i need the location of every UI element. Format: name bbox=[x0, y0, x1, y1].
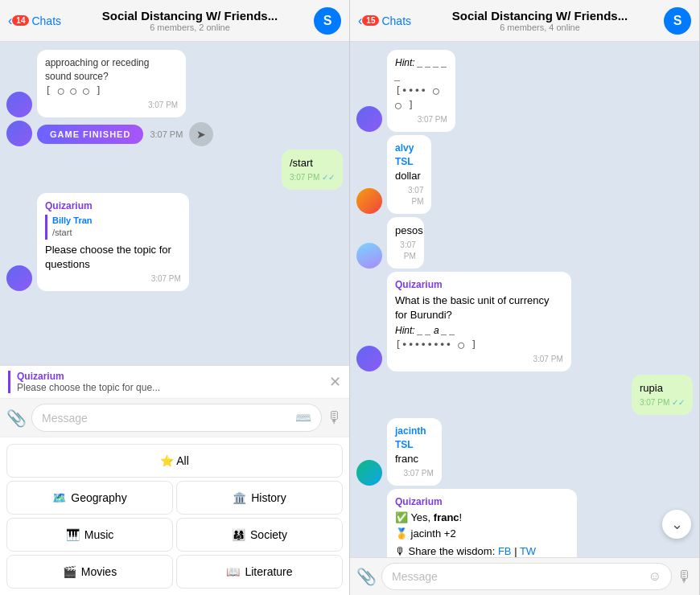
left-header: ‹ 14 Chats Social Distancing W/ Friends.… bbox=[0, 0, 349, 42]
left-chat-subtitle: 6 members, 2 online bbox=[66, 23, 314, 32]
right-result-1: ✅ Yes, franc! bbox=[395, 511, 569, 525]
right-time-5: 3:07 PM ✓✓ bbox=[640, 397, 685, 408]
back-button-left[interactable]: ‹ 14 Chats bbox=[8, 14, 61, 28]
tw-link[interactable]: TW bbox=[520, 545, 536, 557]
right-time-6: 3:07 PM bbox=[395, 468, 434, 479]
right-chat-area: Hint: _ _ _ _ _ [•••• ○ ○ ] 3:07 PM alvy… bbox=[350, 42, 699, 557]
reply-quote-1: Billy Tran /start bbox=[45, 215, 181, 240]
reply-bar-content: Quizarium Please choose the topic for qu… bbox=[8, 371, 323, 393]
topic-label-music: Music bbox=[84, 528, 114, 541]
reply-bar: Quizarium Please choose the topic for qu… bbox=[0, 366, 349, 399]
right-avatar-jacinth bbox=[356, 460, 382, 486]
topic-row-2: 🎹 Music 👨‍👩‍👧 Society bbox=[6, 518, 343, 552]
avatar-quiz-3 bbox=[6, 265, 32, 291]
left-message-input-box[interactable]: Message ⌨️ bbox=[31, 404, 322, 432]
right-question: What is the basic unit of currency for B… bbox=[395, 293, 563, 322]
right-msg-pesos: pesos bbox=[395, 224, 416, 238]
topic-btn-geography[interactable]: 🗺️ Geography bbox=[6, 481, 173, 515]
right-msg-row-6: jacinth TSL franc 3:07 PM bbox=[356, 418, 693, 486]
right-msg-bubble-7: Quizarium ✅ Yes, franc! 🥇 jacinth +2 🎙 S… bbox=[387, 489, 577, 557]
topic-btn-history[interactable]: 🏛️ History bbox=[176, 481, 343, 515]
right-chat-title: Social Distancing W/ Friends... bbox=[416, 9, 664, 23]
topic-label-society: Society bbox=[250, 528, 287, 541]
back-label-right: Chats bbox=[381, 14, 411, 27]
topic-grid: ⭐ All 🗺️ Geography 🏛️ History 🎹 Music 👨‍… bbox=[0, 437, 349, 595]
right-sender-alvy: alvy TSL bbox=[395, 142, 423, 169]
msg-bubble-1: approaching or receding sound source? [ … bbox=[37, 50, 186, 117]
msg-row-start: /start 3:07 PM ✓✓ bbox=[6, 150, 343, 190]
msg-bubble-start: /start 3:07 PM ✓✓ bbox=[282, 150, 343, 190]
right-msg-dollar: dollar bbox=[395, 169, 423, 183]
left-panel: ‹ 14 Chats Social Distancing W/ Friends.… bbox=[0, 0, 350, 595]
back-button-right[interactable]: ‹ 15 Chats bbox=[358, 14, 411, 28]
reply-close-btn[interactable]: ✕ bbox=[329, 373, 341, 391]
right-msg-bubble-6: jacinth TSL franc 3:07 PM bbox=[387, 418, 442, 486]
msg-row-quiz: Quizarium Billy Tran /start Please choos… bbox=[6, 193, 343, 291]
right-input-area: 📎 Message ☺ 🎙 bbox=[350, 557, 699, 595]
topic-row-all: ⭐ All bbox=[6, 444, 343, 478]
right-quiz-name-3: Quizarium bbox=[395, 495, 569, 509]
right-hint-1: Hint: _ _ _ _ _ bbox=[395, 56, 447, 84]
right-share-line: 🎙 Share the wisdom: FB | TW bbox=[395, 544, 569, 557]
msg-text-start: /start bbox=[290, 156, 335, 170]
right-dots-1: [•••• ○ ○ ] bbox=[395, 84, 447, 113]
msg-time-start: 3:07 PM ✓✓ bbox=[290, 172, 335, 183]
attach-icon-left[interactable]: 📎 bbox=[6, 408, 27, 428]
forward-btn[interactable]: ➤ bbox=[189, 122, 213, 146]
game-banner-text: GAME FINISHED bbox=[37, 125, 143, 144]
attach-icon-right[interactable]: 📎 bbox=[356, 567, 377, 586]
right-msg-row-3: pesos 3:07 PM bbox=[356, 217, 693, 269]
scroll-down-btn[interactable]: ⌄ bbox=[662, 510, 691, 539]
right-avatar-alvy bbox=[356, 188, 382, 214]
fb-link[interactable]: FB bbox=[498, 545, 512, 557]
reply-quote-text-1: /start bbox=[52, 227, 181, 239]
right-msg-row-2: alvy TSL dollar 3:07 PM bbox=[356, 135, 693, 214]
quiz-name-1: Quizarium bbox=[45, 199, 181, 213]
right-header: ‹ 15 Chats Social Distancing W/ Friends.… bbox=[350, 0, 699, 42]
right-input-row: 📎 Message ☺ 🎙 bbox=[350, 558, 699, 595]
msg-bubble-quiz: Quizarium Billy Tran /start Please choos… bbox=[37, 193, 189, 291]
right-quiz-name-2: Quizarium bbox=[395, 278, 563, 292]
topic-btn-society[interactable]: 👨‍👩‍👧 Society bbox=[176, 518, 343, 552]
voice-icon-left[interactable]: 🎙 bbox=[327, 408, 343, 427]
right-time-3: 3:07 PM bbox=[395, 240, 416, 262]
right-message-placeholder: Message bbox=[392, 570, 642, 583]
msg-row-1: approaching or receding sound source? [ … bbox=[6, 50, 343, 117]
topic-btn-literature[interactable]: 📖 Literature bbox=[176, 555, 343, 589]
right-msg-franc: franc bbox=[395, 452, 434, 466]
back-label-left: Chats bbox=[31, 14, 61, 27]
right-chat-subtitle: 6 members, 4 online bbox=[416, 23, 664, 32]
voice-icon-right[interactable]: 🎙 bbox=[677, 568, 693, 586]
avatar-quiz-1 bbox=[6, 92, 32, 117]
topic-btn-all[interactable]: ⭐ All bbox=[6, 444, 343, 478]
left-chat-avatar[interactable]: S bbox=[314, 7, 341, 35]
reply-bar-text: Please choose the topic for que... bbox=[17, 382, 323, 393]
topic-label-history: History bbox=[251, 491, 286, 504]
right-time-4: 3:07 PM bbox=[395, 354, 563, 365]
right-hint-2: Hint: _ _ a _ _ bbox=[395, 324, 563, 338]
right-msg-row-7: Quizarium ✅ Yes, franc! 🥇 jacinth +2 🎙 S… bbox=[356, 489, 693, 557]
right-header-info: Social Distancing W/ Friends... 6 member… bbox=[416, 9, 664, 32]
right-dots-2: [•••••••• ○ ] bbox=[395, 338, 563, 352]
topic-label-movies: Movies bbox=[81, 565, 117, 578]
right-avatar-quiz-2 bbox=[356, 346, 382, 371]
topic-row-1: 🗺️ Geography 🏛️ History bbox=[6, 481, 343, 515]
right-msg-row-1: Hint: _ _ _ _ _ [•••• ○ ○ ] 3:07 PM bbox=[356, 50, 693, 132]
right-msg-bubble-5: rupia 3:07 PM ✓✓ bbox=[632, 375, 693, 415]
right-time-2: 3:07 PM bbox=[395, 185, 423, 207]
badge-left: 14 bbox=[12, 15, 29, 26]
right-message-input-box[interactable]: Message ☺ bbox=[381, 563, 672, 590]
keyboard-icon-left[interactable]: ⌨️ bbox=[295, 410, 311, 425]
right-msg-bubble-4: Quizarium What is the basic unit of curr… bbox=[387, 272, 571, 371]
topic-row-3: 🎬 Movies 📖 Literature bbox=[6, 555, 343, 589]
right-chat-avatar[interactable]: S bbox=[664, 7, 691, 35]
right-time-1: 3:07 PM bbox=[395, 114, 447, 125]
badge-right: 15 bbox=[362, 15, 379, 26]
topic-btn-music[interactable]: 🎹 Music bbox=[6, 518, 173, 552]
right-msg-bubble-1: Hint: _ _ _ _ _ [•••• ○ ○ ] 3:07 PM bbox=[387, 50, 455, 132]
emoji-icon-right[interactable]: ☺ bbox=[649, 569, 661, 584]
quiz-msg-text-1: Please choose the topic for questions bbox=[45, 243, 181, 272]
left-input-row: 📎 Message ⌨️ 🎙 bbox=[0, 399, 349, 437]
topic-btn-movies[interactable]: 🎬 Movies bbox=[6, 555, 173, 589]
msg-time-1: 3:07 PM bbox=[45, 100, 178, 111]
